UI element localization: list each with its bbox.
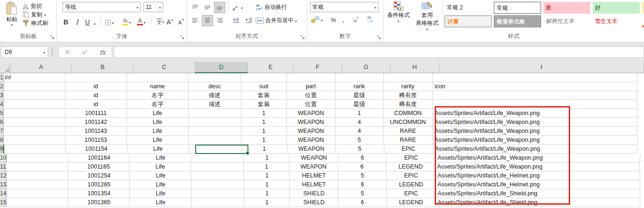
copy-button[interactable]: 复制: [23, 10, 46, 19]
row-header-10[interactable]: 10: [0, 154, 7, 162]
cell-G11[interactable]: 6: [338, 162, 386, 171]
cell-I2[interactable]: icon: [433, 82, 637, 91]
cell-C13[interactable]: Life: [130, 180, 191, 189]
bold-button[interactable]: B: [64, 15, 68, 26]
cell-I5[interactable]: Assets/Sprites/Artifact/Life_Weapon.png: [433, 109, 637, 118]
cell-G6[interactable]: 4: [335, 118, 384, 127]
cell-E6[interactable]: 1: [241, 118, 287, 127]
cell-D7[interactable]: [189, 127, 241, 136]
cell-C12[interactable]: Life: [130, 171, 191, 180]
cut-button[interactable]: 剪切: [23, 2, 42, 10]
cell-I9[interactable]: Assets/Sprites/Artifact/Life_Weapon.png: [433, 145, 638, 154]
borders-button[interactable]: [105, 15, 114, 26]
cell-C6[interactable]: Life: [127, 118, 189, 127]
row-header-9[interactable]: 9: [0, 145, 4, 154]
cell-B10[interactable]: 1001164: [68, 154, 130, 162]
row-header-4[interactable]: 4: [0, 100, 4, 109]
cell-C2[interactable]: name: [127, 82, 189, 91]
align-top-button[interactable]: [190, 2, 201, 13]
cell-H2[interactable]: rarity: [384, 82, 433, 91]
cell-H12[interactable]: EPIC: [387, 171, 436, 180]
cell-I4[interactable]: [433, 100, 637, 109]
number-dialog-launcher-icon[interactable]: [377, 35, 382, 40]
cell-D13[interactable]: [191, 180, 244, 189]
cell-I6[interactable]: Assets/Sprites/Artifact/Life_Weapon.png: [433, 118, 637, 127]
cell-style-check[interactable]: 检查单元格: [494, 15, 541, 27]
enter-icon[interactable]: [82, 50, 87, 54]
cell-B13[interactable]: 1001265: [68, 180, 130, 189]
cell-D3[interactable]: 描述: [189, 91, 241, 100]
cell-A12[interactable]: [7, 171, 68, 180]
cell-H9[interactable]: EPIC: [384, 145, 433, 154]
cell-B11[interactable]: 1001165: [68, 162, 129, 171]
cell-style-normal[interactable]: 常规: [494, 2, 541, 14]
cell-F9[interactable]: WEAPON: [287, 145, 336, 154]
format-painter-button[interactable]: 格式刷: [23, 19, 48, 27]
cell-C11[interactable]: Life: [129, 162, 191, 171]
cell-G2[interactable]: rank: [335, 82, 384, 91]
cell-E13[interactable]: 1: [244, 180, 290, 189]
cell-H3[interactable]: 稀有度: [384, 91, 433, 100]
cell-H7[interactable]: RARE: [384, 127, 433, 136]
cell-C3[interactable]: 名字: [127, 91, 189, 100]
column-header-F[interactable]: F: [294, 62, 342, 73]
alignment-dialog-launcher-icon[interactable]: [301, 35, 305, 40]
cell-G5[interactable]: 1: [335, 109, 384, 118]
cell-A6[interactable]: [4, 118, 65, 127]
cell-G7[interactable]: 4: [335, 127, 384, 136]
cell-A2[interactable]: [4, 82, 65, 91]
cell-C10[interactable]: Life: [130, 154, 191, 162]
cell-F4[interactable]: 位置: [287, 100, 335, 109]
cell-B8[interactable]: 1001153: [65, 136, 127, 145]
cell-G1[interactable]: [335, 73, 384, 82]
shrink-font-button[interactable]: A: [178, 15, 184, 26]
cell-A14[interactable]: [7, 189, 68, 198]
cell-B2[interactable]: id: [65, 82, 127, 91]
cell-style-good[interactable]: 好: [593, 2, 640, 14]
cell-A4[interactable]: [4, 100, 65, 109]
column-header-D[interactable]: D: [195, 62, 248, 73]
insert-function-button[interactable]: fx: [100, 49, 105, 56]
cell-G12[interactable]: 5: [338, 171, 387, 180]
cell-D1[interactable]: [189, 73, 241, 82]
cell-E10[interactable]: 1: [244, 154, 290, 162]
formula-input[interactable]: [114, 46, 644, 58]
font-size-select[interactable]: 11: [143, 2, 163, 12]
cell-D5[interactable]: [189, 109, 241, 118]
cell-A7[interactable]: [4, 127, 65, 136]
cell-B3[interactable]: id: [65, 91, 127, 100]
cell-D6[interactable]: [189, 118, 241, 127]
column-header-I[interactable]: I: [439, 62, 644, 73]
cell-F5[interactable]: WEAPON: [287, 109, 335, 118]
cell-E8[interactable]: 1: [241, 136, 287, 145]
cell-H1[interactable]: [384, 73, 433, 82]
font-color-button[interactable]: A: [137, 15, 145, 26]
cell-A5[interactable]: [4, 109, 65, 118]
cell-I1[interactable]: [433, 73, 637, 82]
column-header-E[interactable]: E: [248, 62, 294, 73]
cell-E4[interactable]: 套装: [241, 100, 287, 109]
row-header-14[interactable]: 14: [0, 189, 7, 198]
cancel-icon[interactable]: [65, 50, 70, 54]
cell-D8[interactable]: [189, 136, 241, 145]
accounting-format-button[interactable]: [311, 16, 323, 23]
cell-I14[interactable]: Assets/Sprites/Artifact/Life_Shield.png: [436, 189, 640, 198]
percent-style-button[interactable]: %: [331, 16, 336, 23]
cell-B1[interactable]: [65, 73, 127, 82]
column-header-A[interactable]: A: [10, 62, 72, 73]
cell-B12[interactable]: 1001254: [68, 171, 130, 180]
row-header-8[interactable]: 8: [0, 136, 4, 145]
font-dialog-launcher-icon[interactable]: [180, 35, 185, 40]
name-box[interactable]: D9: [1, 46, 48, 58]
format-as-table-button[interactable]: 套用 表格格式: [413, 1, 442, 31]
cell-A9[interactable]: [4, 145, 66, 154]
cell-A3[interactable]: [4, 91, 65, 100]
phonetic-button[interactable]: wén 文: [157, 15, 164, 25]
fill-color-button[interactable]: [122, 15, 131, 26]
cell-A15[interactable]: [7, 198, 68, 207]
cell-C15[interactable]: Life: [130, 198, 191, 207]
cell-style-calc[interactable]: 计算: [445, 15, 492, 27]
cell-B5[interactable]: 1001111: [65, 109, 127, 118]
cell-H15[interactable]: LEGEND: [387, 198, 436, 207]
cell-B15[interactable]: 1001365: [68, 198, 130, 207]
